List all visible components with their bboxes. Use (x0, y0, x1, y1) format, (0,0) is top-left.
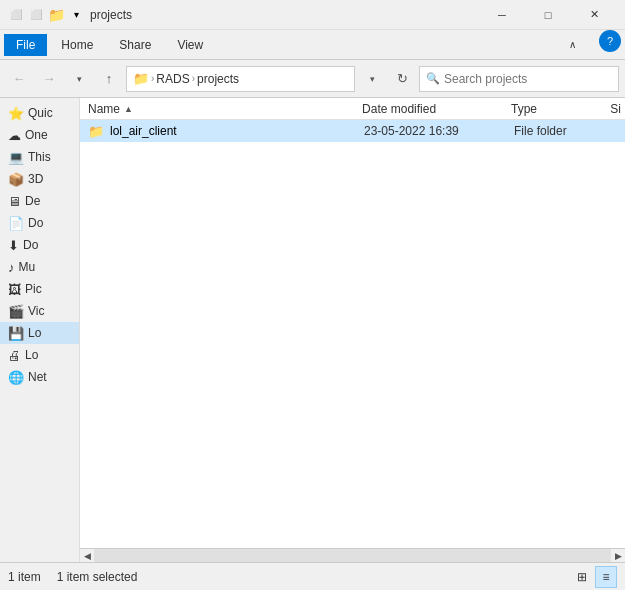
refresh-button[interactable]: ↻ (389, 66, 415, 92)
file-name-cell: 📁 lol_air_client (80, 124, 360, 139)
recent-locations-button[interactable]: ▾ (66, 66, 92, 92)
pictures-icon: 🖼 (8, 282, 21, 297)
breadcrumb-rads[interactable]: RADS (156, 72, 189, 86)
network-icon: 🌐 (8, 370, 24, 385)
scroll-track[interactable] (94, 549, 611, 563)
content-area: Name ▲ Date modified Type Si 📁 lol_air_c… (80, 98, 625, 562)
large-icons-view-button[interactable]: ⊞ (571, 566, 593, 588)
forward-button[interactable]: → (36, 66, 62, 92)
address-bar: ← → ▾ ↑ 📁 › RADS › projects ▾ ↻ 🔍 (0, 60, 625, 98)
selected-info: 1 item selected (57, 570, 138, 584)
ribbon-tab-share[interactable]: Share (107, 34, 163, 56)
ribbon-tab-home[interactable]: Home (49, 34, 105, 56)
folder-icon: 📁 (48, 7, 64, 23)
sort-arrow-icon: ▲ (124, 104, 133, 114)
sidebar-item-quick-access[interactable]: ⭐ Quic (0, 102, 79, 124)
sidebar-item-3d[interactable]: 📦 3D (0, 168, 79, 190)
ribbon-help-button[interactable]: ? (599, 30, 621, 52)
status-bar: 1 item 1 item selected ⊞ ≡ (0, 562, 625, 590)
sidebar-label-downloads: Do (23, 238, 38, 252)
local-disk-2-icon: 🖨 (8, 348, 21, 363)
app-icon-1: ⬜ (8, 7, 24, 23)
sidebar-item-onedrive[interactable]: ☁ One (0, 124, 79, 146)
sidebar-item-videos[interactable]: 🎬 Vic (0, 300, 79, 322)
onedrive-icon: ☁ (8, 128, 21, 143)
details-view-button[interactable]: ≡ (595, 566, 617, 588)
ribbon: File Home Share View ∧ ? (0, 30, 625, 60)
sidebar-label-local-disk: Lo (28, 326, 41, 340)
app-icon-2: ⬜ (28, 7, 44, 23)
documents-icon: 📄 (8, 216, 24, 231)
col-header-size[interactable]: Si (606, 102, 625, 116)
view-controls: ⊞ ≡ (571, 566, 617, 588)
file-list: 📁 lol_air_client 23-05-2022 16:39 File f… (80, 120, 625, 548)
ribbon-minimize-button[interactable]: ∧ (549, 30, 595, 60)
sidebar-item-music[interactable]: ♪ Mu (0, 256, 79, 278)
sidebar-item-downloads[interactable]: ⬇ Do (0, 234, 79, 256)
col-header-name[interactable]: Name ▲ (80, 102, 358, 116)
scroll-right-button[interactable]: ▶ (611, 549, 625, 563)
item-count: 1 item (8, 570, 41, 584)
sidebar: ⭐ Quic ☁ One 💻 This 📦 3D 🖥 De 📄 Do ⬇ Do … (0, 98, 80, 562)
sidebar-item-documents[interactable]: 📄 Do (0, 212, 79, 234)
breadcrumb-folder-icon: 📁 (133, 71, 149, 87)
this-pc-icon: 💻 (8, 150, 24, 165)
window-title: projects (90, 8, 473, 22)
search-box[interactable]: 🔍 (419, 66, 619, 92)
3d-icon: 📦 (8, 172, 24, 187)
sidebar-label-quick-access: Quic (28, 106, 53, 120)
sidebar-label-this-pc: This (28, 150, 51, 164)
quick-access-icon: ⭐ (8, 106, 24, 121)
col-header-date[interactable]: Date modified (358, 102, 507, 116)
maximize-button[interactable]: □ (525, 0, 571, 30)
sidebar-label-pictures: Pic (25, 282, 42, 296)
column-headers: Name ▲ Date modified Type Si (80, 98, 625, 120)
close-button[interactable]: ✕ (571, 0, 617, 30)
title-bar: ⬜ ⬜ 📁 ▾ projects ─ □ ✕ (0, 0, 625, 30)
local-disk-icon: 💾 (8, 326, 24, 341)
sidebar-item-network[interactable]: 🌐 Net (0, 366, 79, 388)
breadcrumb-projects: projects (197, 72, 239, 86)
minimize-button[interactable]: ─ (479, 0, 525, 30)
videos-icon: 🎬 (8, 304, 24, 319)
music-icon: ♪ (8, 260, 15, 275)
sidebar-label-videos: Vic (28, 304, 44, 318)
address-dropdown-button[interactable]: ▾ (359, 66, 385, 92)
scroll-left-button[interactable]: ◀ (80, 549, 94, 563)
main-layout: ⭐ Quic ☁ One 💻 This 📦 3D 🖥 De 📄 Do ⬇ Do … (0, 98, 625, 562)
file-name-label: lol_air_client (110, 124, 177, 138)
breadcrumb-bar[interactable]: 📁 › RADS › projects (126, 66, 355, 92)
horizontal-scrollbar[interactable]: ◀ ▶ (80, 548, 625, 562)
sidebar-label-desktop: De (25, 194, 40, 208)
ribbon-tab-file[interactable]: File (4, 34, 47, 56)
app-icon-3: ▾ (68, 7, 84, 23)
sidebar-label-music: Mu (19, 260, 36, 274)
downloads-icon: ⬇ (8, 238, 19, 253)
folder-icon: 📁 (88, 124, 104, 139)
file-date-cell: 23-05-2022 16:39 (360, 124, 510, 138)
breadcrumb-sep-2: › (192, 73, 195, 84)
sidebar-label-network: Net (28, 370, 47, 384)
sidebar-item-local-disk-2[interactable]: 🖨 Lo (0, 344, 79, 366)
sidebar-label-documents: Do (28, 216, 43, 230)
sidebar-item-local-disk[interactable]: 💾 Lo (0, 322, 79, 344)
back-button[interactable]: ← (6, 66, 32, 92)
search-input[interactable] (444, 72, 612, 86)
sidebar-label-local-disk-2: Lo (25, 348, 38, 362)
table-row[interactable]: 📁 lol_air_client 23-05-2022 16:39 File f… (80, 120, 625, 142)
sidebar-item-desktop[interactable]: 🖥 De (0, 190, 79, 212)
title-bar-icons: ⬜ ⬜ 📁 ▾ (8, 7, 84, 23)
up-button[interactable]: ↑ (96, 66, 122, 92)
sidebar-label-onedrive: One (25, 128, 48, 142)
desktop-icon: 🖥 (8, 194, 21, 209)
sidebar-item-this-pc[interactable]: 💻 This (0, 146, 79, 168)
sidebar-label-3d: 3D (28, 172, 43, 186)
col-header-type[interactable]: Type (507, 102, 606, 116)
file-type-cell: File folder (510, 124, 610, 138)
search-icon: 🔍 (426, 72, 440, 85)
sidebar-item-pictures[interactable]: 🖼 Pic (0, 278, 79, 300)
ribbon-tab-view[interactable]: View (165, 34, 215, 56)
breadcrumb-sep-1: › (151, 73, 154, 84)
window-controls: ─ □ ✕ (479, 0, 617, 30)
